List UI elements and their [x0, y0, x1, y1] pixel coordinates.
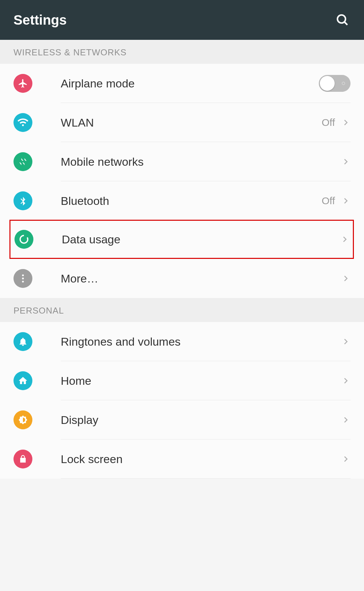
wlan-value: Off: [322, 117, 335, 128]
section-header-wireless: WIRELESS & NETWORKS: [0, 40, 364, 64]
chevron-right-icon: [340, 235, 349, 244]
row-wlan[interactable]: WLAN Off: [0, 103, 364, 142]
wireless-list: Airplane mode WLAN Off Mobile networks: [0, 64, 364, 298]
bluetooth-icon: [13, 191, 32, 210]
ringtones-label: Ringtones and volumes: [32, 335, 341, 348]
row-data-usage[interactable]: Data usage: [9, 220, 354, 259]
bluetooth-value: Off: [322, 195, 335, 207]
lock-screen-label: Lock screen: [32, 453, 341, 466]
row-bluetooth[interactable]: Bluetooth Off: [0, 181, 364, 220]
chevron-right-icon: [341, 274, 351, 283]
wlan-label: WLAN: [32, 116, 322, 129]
chevron-right-icon: [341, 157, 351, 166]
row-airplane-mode[interactable]: Airplane mode: [0, 64, 364, 103]
app-header: Settings: [0, 0, 364, 40]
chevron-right-icon: [341, 337, 351, 346]
svg-point-3: [22, 274, 24, 276]
display-label: Display: [32, 413, 341, 427]
row-more[interactable]: More…: [0, 259, 364, 298]
page-title: Settings: [13, 12, 67, 28]
home-icon: [13, 371, 32, 390]
airplane-toggle[interactable]: [319, 75, 351, 92]
svg-point-5: [22, 281, 24, 283]
search-icon: [335, 12, 350, 27]
wifi-icon: [13, 113, 32, 132]
toggle-knob: [320, 76, 335, 91]
toggle-dot: [342, 82, 345, 85]
row-display[interactable]: Display: [0, 400, 364, 439]
row-ringtones[interactable]: Ringtones and volumes: [0, 322, 364, 361]
mobile-networks-icon: [13, 152, 32, 171]
svg-point-4: [22, 277, 24, 279]
data-usage-label: Data usage: [33, 233, 340, 246]
bell-icon: [13, 332, 32, 351]
lock-icon: [13, 450, 32, 468]
svg-point-0: [337, 15, 345, 23]
section-header-personal: PERSONAL: [0, 298, 364, 322]
chevron-right-icon: [341, 118, 351, 127]
chevron-right-icon: [341, 376, 351, 385]
divider: [61, 478, 351, 479]
search-button[interactable]: [334, 12, 351, 28]
brightness-icon: [13, 410, 32, 429]
more-icon: [13, 269, 32, 288]
airplane-label: Airplane mode: [32, 77, 319, 90]
row-mobile-networks[interactable]: Mobile networks: [0, 142, 364, 181]
data-usage-icon: [15, 230, 33, 249]
mobile-networks-label: Mobile networks: [32, 155, 341, 168]
chevron-right-icon: [341, 415, 351, 425]
personal-list: Ringtones and volumes Home Display Lock …: [0, 322, 364, 479]
airplane-icon: [13, 74, 32, 93]
chevron-right-icon: [341, 196, 351, 206]
bluetooth-label: Bluetooth: [32, 194, 322, 208]
more-label: More…: [32, 272, 341, 285]
row-lock-screen[interactable]: Lock screen: [0, 439, 364, 479]
home-label: Home: [32, 374, 341, 387]
chevron-right-icon: [341, 454, 351, 464]
svg-line-1: [344, 22, 347, 25]
row-home[interactable]: Home: [0, 361, 364, 400]
